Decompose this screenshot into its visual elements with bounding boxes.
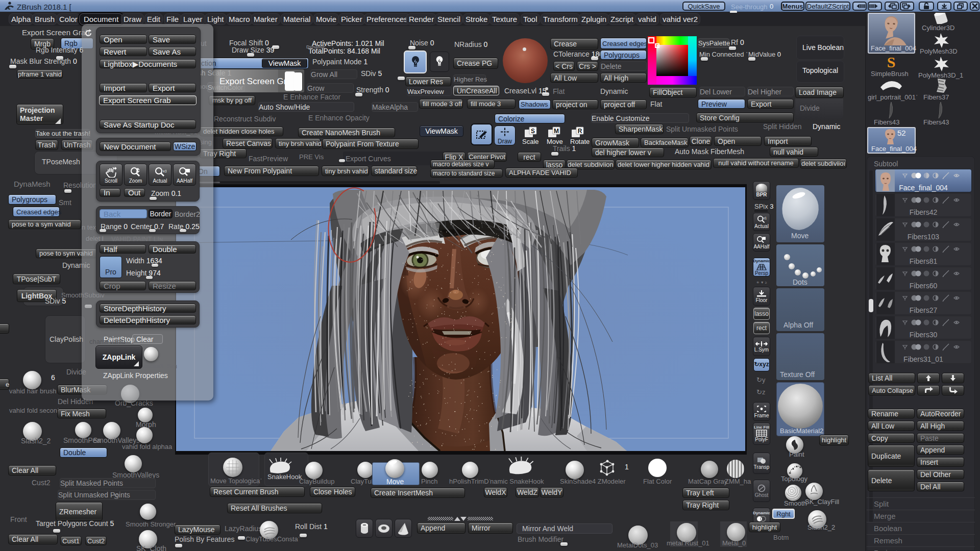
svg-text:S: S [531, 128, 535, 135]
svg-text:S: S [887, 55, 896, 70]
svg-text:x1: x1 [763, 216, 767, 220]
svg-text:x1: x1 [163, 169, 166, 173]
svg-text:R: R [578, 128, 582, 135]
svg-text:M: M [554, 128, 559, 135]
